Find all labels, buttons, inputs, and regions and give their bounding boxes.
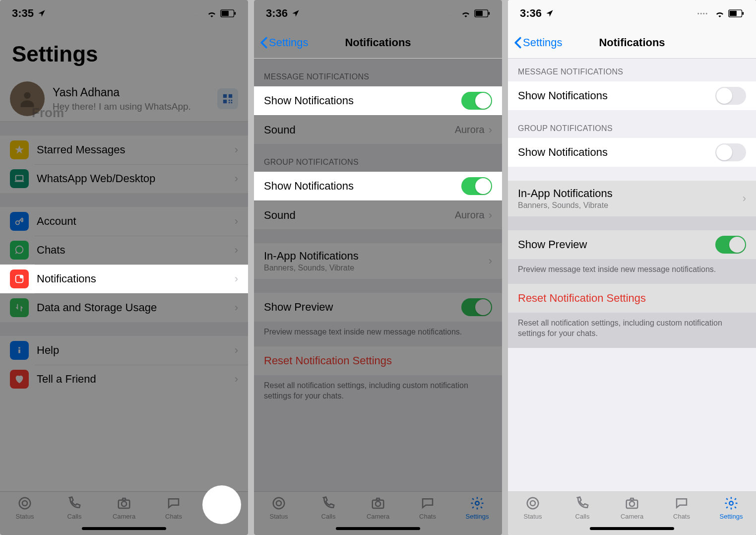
wifi-icon [206,9,217,17]
tab-status[interactable]: Status [508,496,558,520]
chevron-icon: › [235,143,238,156]
tab-chats[interactable]: Chats [149,496,198,520]
tab-label: Settings [466,513,489,520]
tab-calls[interactable]: Calls [50,496,99,520]
calls-icon [66,496,83,511]
row-label: WhatsApp Web/Desktop [37,172,235,185]
row-label: Show Preview [518,238,715,251]
row-label: Starred Messages [37,143,235,156]
tab-label: Chats [419,513,436,520]
chevron-icon: › [235,172,238,185]
row-reset[interactable]: Reset Notification Settings [254,346,502,375]
row-show-notifications-grp[interactable]: Show Notifications [508,138,756,167]
preview-footer: Preview message text inside new message … [508,259,756,284]
svg-point-39 [729,501,733,505]
svg-rect-34 [742,12,744,14]
calls-icon [574,496,591,511]
tab-camera[interactable]: Camera [99,496,149,520]
back-button[interactable]: Settings [514,36,563,49]
tab-status[interactable]: Status [0,496,50,520]
battery-icon [220,9,236,17]
row-notifications[interactable]: Notifications › [0,265,248,293]
svg-rect-25 [476,11,483,16]
row-show-preview[interactable]: Show Preview [508,230,756,259]
status-time: 3:36 [520,7,542,20]
chats-icon [419,496,436,511]
svg-rect-2 [234,12,236,14]
svg-point-3 [24,92,30,99]
tab-chats[interactable]: Chats [403,496,452,520]
row-label: Help [37,344,235,357]
toggle-show-notifications-grp[interactable] [461,177,492,195]
tab-label: Chats [165,513,182,520]
svg-rect-10 [231,100,232,101]
svg-point-13 [16,221,19,224]
row-account[interactable]: Account › [0,207,248,236]
tab-label: Status [16,513,34,520]
tab-label: Settings [720,513,743,520]
tab-calls[interactable]: Calls [558,496,607,520]
row-show-notifications-msg[interactable]: Show Notifications [254,86,502,115]
row-show-preview[interactable]: Show Preview [254,293,502,322]
row-sub: Banners, Sounds, Vibrate [518,201,743,210]
wifi-icon [460,9,471,17]
svg-point-35 [527,498,539,509]
qr-icon[interactable] [217,88,238,109]
row-detail: Aurora [455,124,485,135]
tab-settings[interactable]: Settings [452,496,502,520]
tab-camera[interactable]: Camera [353,496,403,520]
camera-icon [370,496,386,511]
camera-icon [116,496,132,511]
tab-status[interactable]: Status [254,496,304,520]
row-starred[interactable]: Starred Messages › [0,135,248,164]
toggle-show-preview[interactable] [715,236,746,254]
svg-point-38 [630,501,634,506]
nav-title: Notifications [599,36,665,49]
row-label: Chats [37,244,235,257]
svg-point-36 [530,501,535,506]
tab-calls[interactable]: Calls [304,496,353,520]
row-chats[interactable]: Chats › [0,236,248,265]
row-sound-msg[interactable]: Sound Aurora › [254,115,502,144]
toggle-show-notifications-grp[interactable] [715,143,746,161]
row-inapp[interactable]: In-App Notifications Banners, Sounds, Vi… [254,243,502,279]
chevron-icon: › [235,373,238,386]
back-button[interactable]: Settings [260,36,309,49]
watermark-text: From [32,105,64,121]
chats-icon [673,496,690,511]
section-header-groups: GROUP NOTIFICATIONS [254,144,502,172]
svg-point-27 [273,498,285,509]
row-sound-grp[interactable]: Sound Aurora › [254,201,502,229]
settings-icon [723,496,740,511]
row-inapp[interactable]: In-App Notifications Banners, Sounds, Vi… [508,181,756,216]
svg-rect-11 [16,176,23,181]
status-icon [524,496,541,511]
row-help[interactable]: Help › [0,336,248,365]
row-data[interactable]: Data and Storage Usage › [0,293,248,322]
reset-footer: Reset all notification settings, includi… [508,313,756,348]
tab-camera[interactable]: Camera [607,496,657,520]
toggle-show-notifications-msg[interactable] [461,92,492,110]
svg-rect-8 [231,102,232,103]
heart-icon [10,370,29,389]
profile-name: Yash Adhana [53,86,191,99]
row-web[interactable]: WhatsApp Web/Desktop › [0,164,248,193]
row-tell[interactable]: Tell a Friend › [0,365,248,394]
toggle-show-preview[interactable] [461,298,492,316]
data-icon [10,298,29,317]
signal-dots-icon: •••• [443,11,454,16]
signal-dots-icon: •••• [189,11,200,16]
row-show-notifications-msg[interactable]: Show Notifications [508,81,756,110]
row-show-notifications-grp[interactable]: Show Notifications [254,172,502,201]
row-reset[interactable]: Reset Notification Settings [508,284,756,313]
svg-point-20 [22,501,27,506]
chats-icon [165,496,182,511]
camera-icon [624,496,640,511]
row-label: Show Notifications [264,94,461,107]
chevron-icon: › [235,215,238,228]
svg-rect-9 [229,102,230,103]
tab-chats[interactable]: Chats [657,496,706,520]
toggle-show-notifications-msg[interactable] [715,87,746,105]
tab-settings[interactable]: Settings [706,496,756,520]
svg-rect-18 [18,347,20,349]
